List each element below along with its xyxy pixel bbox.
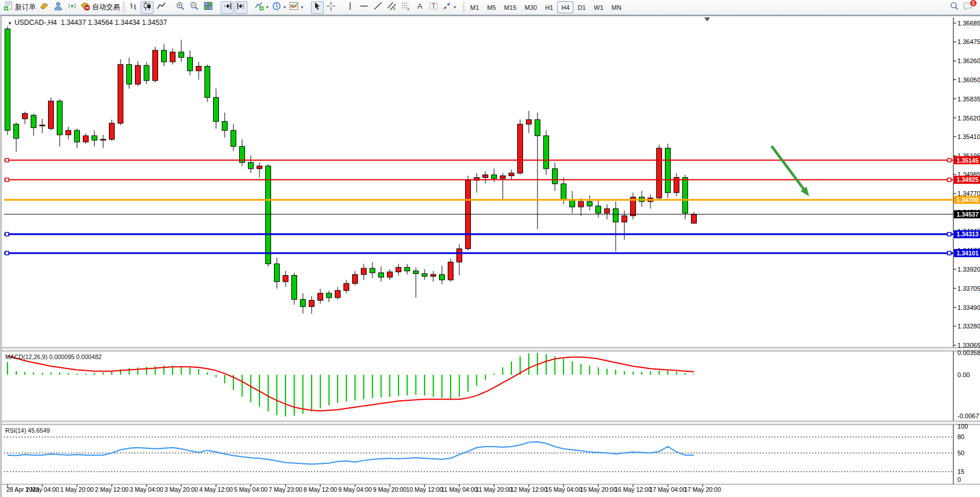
candle <box>118 64 123 123</box>
arrows-tool-button[interactable]: ▼ <box>441 1 458 14</box>
time-tick-label: 2 May 12:00 <box>95 486 129 493</box>
price-tick-label: 1.33490 <box>957 304 980 311</box>
rsi-axis-label: 80 <box>957 433 964 440</box>
level-anchor-handle[interactable] <box>5 159 9 162</box>
zoom-out-button[interactable] <box>188 1 200 14</box>
zoom-in-button[interactable] <box>174 1 187 14</box>
timeframe-h1-button[interactable]: H1 <box>541 1 557 13</box>
periods-button[interactable]: ▼ <box>271 1 287 14</box>
candle <box>544 136 549 169</box>
templates-button[interactable]: ▼ <box>288 1 305 14</box>
time-tick-label: 17 May 20:00 <box>684 486 721 493</box>
level-anchor-handle[interactable] <box>5 251 9 255</box>
vertical-line-icon <box>345 1 355 13</box>
text-tool-button[interactable]: A <box>414 1 426 14</box>
level-anchor-handle[interactable] <box>948 232 951 236</box>
time-tick-label: 9 May 20:00 <box>373 486 407 493</box>
candle <box>40 125 45 126</box>
signals-button[interactable] <box>65 1 78 14</box>
new-order-button[interactable]: 新订单 <box>3 1 36 14</box>
rsi-axis-label: 15 <box>957 468 964 475</box>
candle <box>170 52 175 62</box>
price-level-badge-label: 1.34313 <box>957 231 979 237</box>
bar-chart-button[interactable] <box>127 1 140 14</box>
level-anchor-handle[interactable] <box>948 251 951 255</box>
trend-arrow-annotation[interactable] <box>771 146 805 191</box>
candle <box>405 268 410 271</box>
level-anchor-handle[interactable] <box>5 232 9 236</box>
candle <box>162 50 167 62</box>
notifications-button[interactable]: 1 <box>961 1 974 14</box>
time-tick-label: 3 May 20:00 <box>164 486 198 493</box>
candle <box>622 216 627 222</box>
fibonacci-icon: F <box>401 1 411 13</box>
price-level-badge-label: 1.34537 <box>957 211 979 218</box>
candle <box>222 122 228 130</box>
chevron-down-icon: ▼ <box>265 5 269 9</box>
panel-splitter[interactable] <box>2 348 980 351</box>
price-tick-label: 1.35620 <box>957 115 980 122</box>
timeframe-w1-button[interactable]: W1 <box>590 1 608 13</box>
chart-window: ▼USDCAD-,H4 1.34437 1.34564 1.34434 1.34… <box>0 15 980 497</box>
crosshair-tool-button[interactable] <box>325 1 338 14</box>
trendline-tool-button[interactable] <box>372 1 385 14</box>
vertical-line-tool-button[interactable] <box>344 1 357 14</box>
notification-count-badge: 1 <box>970 0 977 7</box>
market-watch-button[interactable] <box>38 1 50 14</box>
horizontal-line-tool-button[interactable] <box>358 1 371 14</box>
candle <box>379 273 384 277</box>
rsi-axis-label: 100 <box>957 423 968 430</box>
auto-trading-button[interactable]: 自动交易 <box>79 1 120 14</box>
candle <box>318 293 323 300</box>
chevron-down-icon: ▼ <box>300 5 304 9</box>
candle <box>414 271 419 274</box>
candle <box>370 268 375 273</box>
panel-splitter[interactable] <box>2 421 980 425</box>
candle <box>596 206 601 213</box>
tile-windows-button[interactable] <box>202 1 214 14</box>
time-tick-label: 11 May 20:00 <box>476 486 513 493</box>
auto-scroll-button[interactable] <box>221 1 233 14</box>
price-tick-label: 1.36050 <box>957 76 980 83</box>
chart-shift-button[interactable] <box>235 1 247 14</box>
price-level-badge-label: 1.34101 <box>957 250 979 257</box>
timeframe-m5-button[interactable]: M5 <box>483 1 500 13</box>
cursor-tool-button[interactable] <box>311 1 324 14</box>
level-anchor-handle[interactable] <box>5 178 9 181</box>
search-button[interactable] <box>948 1 960 14</box>
level-anchor-handle[interactable] <box>948 178 951 181</box>
candle <box>205 66 210 97</box>
new-order-label: 新订单 <box>15 2 36 12</box>
fibonacci-tool-button[interactable]: F <box>400 1 412 14</box>
time-tick-label: 11 May 04:00 <box>441 486 478 493</box>
time-tick-label: 5 May 04:00 <box>234 486 268 493</box>
timeframe-mn-button[interactable]: MN <box>608 1 626 13</box>
candle <box>283 275 288 282</box>
level-anchor-handle[interactable] <box>948 159 951 162</box>
candle <box>257 166 262 169</box>
indicators-button[interactable]: ▼ <box>254 1 270 14</box>
time-tick-label: 7 May 23:00 <box>269 486 302 493</box>
chart-canvas[interactable]: 1.366851.364751.362601.360501.358351.356… <box>2 16 980 497</box>
timeframe-m1-button[interactable]: M1 <box>466 1 483 13</box>
timeframe-d1-button[interactable]: D1 <box>573 1 590 13</box>
navigator-button[interactable] <box>52 1 64 14</box>
auto-trading-icon <box>80 1 90 13</box>
candle <box>327 293 332 298</box>
line-chart-button[interactable] <box>155 1 167 14</box>
chart-shift-marker-icon[interactable] <box>704 17 710 21</box>
candle <box>500 176 506 178</box>
candle <box>526 120 532 125</box>
channel-tool-button[interactable]: E <box>386 1 398 14</box>
label-tool-button[interactable]: T <box>427 1 440 14</box>
candle <box>179 52 184 57</box>
trendline-icon <box>373 1 383 13</box>
timeframe-m30-button[interactable]: M30 <box>521 1 541 13</box>
candle <box>188 57 193 71</box>
timeframe-h4-button[interactable]: H4 <box>557 1 573 13</box>
macd-axis-label: 0.00 <box>957 371 970 378</box>
candlestick-chart-button[interactable] <box>141 1 153 14</box>
template-icon <box>289 1 299 13</box>
timeframe-m15-button[interactable]: M15 <box>500 1 520 13</box>
chart-menu-triangle-icon[interactable]: ▼ <box>8 21 12 26</box>
